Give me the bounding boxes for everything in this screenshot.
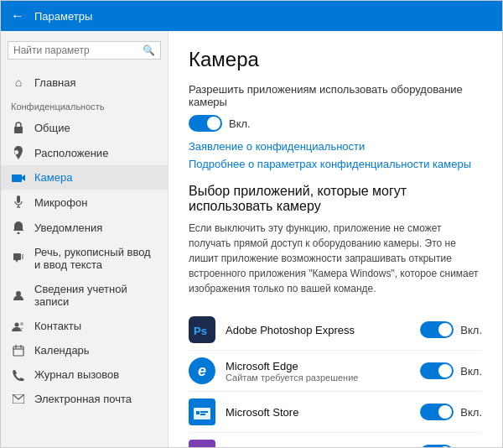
page-title: Камера <box>189 48 482 71</box>
app-toggle-area-onenote: Вкл. <box>420 445 482 447</box>
app-row-edge: eMicrosoft EdgeСайтам требуется разрешен… <box>189 351 482 392</box>
svg-text:Ps: Ps <box>194 325 207 337</box>
app-info-onenote: OneNote <box>226 447 420 448</box>
sidebar-item-speech[interactable]: Речь, рукописный ввод и ввод текста <box>1 240 168 277</box>
app-sub-edge: Сайтам требуется разрешение <box>226 372 420 383</box>
main-content: Камера Разрешить приложениям использоват… <box>169 31 502 447</box>
sidebar-item-general[interactable]: Общие <box>1 115 168 140</box>
app-toggle-area-photoshop: Вкл. <box>420 321 482 338</box>
sidebar-item-microphone-label: Микрофон <box>34 196 87 209</box>
sidebar-section-privacy: Конфиденциальность <box>1 95 168 115</box>
sidebar-item-home[interactable]: ⌂ Главная <box>1 70 168 95</box>
app-name-photoshop: Adobe Photoshop Express <box>226 324 420 336</box>
app-name-store: Microsoft Store <box>226 406 420 419</box>
app-icon-store <box>189 399 215 425</box>
svg-rect-15 <box>13 346 23 356</box>
svg-rect-3 <box>17 195 20 203</box>
svg-rect-25 <box>200 411 208 413</box>
svg-marker-8 <box>15 260 18 263</box>
window-title: Параметры <box>34 10 92 23</box>
svg-point-6 <box>18 232 20 235</box>
microphone-icon <box>11 195 26 209</box>
sidebar-item-calllog[interactable]: Журнал вызовов <box>1 362 168 387</box>
app-row-photoshop: PsAdobe Photoshop ExpressВкл. <box>189 310 482 351</box>
calendar-icon <box>11 345 26 357</box>
sidebar-item-location-label: Расположение <box>34 147 108 159</box>
email-icon <box>11 394 26 404</box>
app-icon-photoshop: Ps <box>189 316 215 343</box>
search-icon: 🔍 <box>143 44 155 56</box>
titlebar: ← Параметры <box>1 1 502 31</box>
sidebar-item-account[interactable]: Сведения учетной записи <box>1 277 168 314</box>
app-toggle-label-store: Вкл. <box>460 406 482 419</box>
lock-icon <box>11 121 26 134</box>
settings-window: ← Параметры 🔍 ⌂ Главная Конфиденциальнос… <box>0 0 503 448</box>
sidebar-item-email-label: Электронная почта <box>34 393 132 405</box>
home-icon: ⌂ <box>11 76 26 89</box>
allow-camera-label: Разрешить приложениям использовать обору… <box>189 83 482 108</box>
app-toggle-area-store: Вкл. <box>420 404 482 420</box>
sidebar-item-calendar-label: Календарь <box>34 344 90 357</box>
sidebar-item-home-label: Главная <box>34 76 75 89</box>
apps-description: Если выключить эту функцию, приложение н… <box>189 221 482 296</box>
sidebar-item-location[interactable]: Расположение <box>1 140 168 165</box>
camera-toggle-label: Вкл. <box>229 117 251 130</box>
sidebar-item-contacts-label: Контакты <box>34 320 81 332</box>
app-info-photoshop: Adobe Photoshop Express <box>226 324 420 336</box>
app-info-edge: Microsoft EdgeСайтам требуется разрешени… <box>226 360 420 383</box>
app-toggle-area-edge: Вкл. <box>420 362 482 379</box>
app-info-store: Microsoft Store <box>226 406 420 419</box>
svg-rect-26 <box>200 414 205 415</box>
privacy-details-link[interactable]: Подробнее о параметрах конфиденциальност… <box>189 158 482 170</box>
app-row-store: Microsoft StoreВкл. <box>189 392 482 433</box>
sidebar-item-notifications[interactable]: Уведомления <box>1 215 168 240</box>
search-box[interactable]: 🔍 <box>8 41 161 60</box>
content-area: 🔍 ⌂ Главная Конфиденциальность Общие <box>1 31 502 447</box>
privacy-statement-link[interactable]: Заявление о конфиденциальности <box>189 140 482 153</box>
app-name-edge: Microsoft Edge <box>226 360 420 372</box>
svg-rect-1 <box>12 175 22 182</box>
notifications-icon <box>11 221 26 234</box>
apps-section-title: Выбор приложений, которые могут использо… <box>189 184 482 214</box>
account-icon <box>11 289 26 301</box>
camera-icon <box>11 173 26 183</box>
app-toggle-store[interactable] <box>420 404 454 420</box>
svg-rect-0 <box>14 127 23 133</box>
sidebar-item-speech-label: Речь, рукописный ввод и ввод текста <box>34 246 158 271</box>
back-button[interactable]: ← <box>11 9 24 23</box>
sidebar-item-calllog-label: Журнал вызовов <box>34 368 119 381</box>
app-icon-edge: e <box>189 357 215 384</box>
app-row-onenote: NOneNoteВкл. <box>189 433 482 447</box>
sidebar-item-contacts[interactable]: Контакты <box>1 314 168 338</box>
sidebar-item-camera[interactable]: Камера <box>1 165 168 190</box>
sidebar-item-microphone[interactable]: Микрофон <box>1 190 168 215</box>
camera-toggle-row: Вкл. <box>189 115 482 132</box>
contacts-icon <box>11 320 26 332</box>
svg-point-14 <box>20 322 23 326</box>
svg-rect-24 <box>196 411 200 414</box>
svg-point-13 <box>15 322 19 326</box>
app-toggle-photoshop[interactable] <box>420 321 454 338</box>
svg-rect-7 <box>13 253 21 260</box>
search-input[interactable] <box>13 44 143 56</box>
sidebar-item-email[interactable]: Электронная почта <box>1 387 168 411</box>
sidebar-item-camera-label: Камера <box>34 171 72 184</box>
app-toggle-label-edge: Вкл. <box>460 365 482 378</box>
app-toggle-label-onenote: Вкл. <box>460 447 482 448</box>
app-toggle-edge[interactable] <box>420 362 454 379</box>
camera-toggle[interactable] <box>189 115 222 132</box>
sidebar-item-calendar[interactable]: Календарь <box>1 338 168 362</box>
svg-rect-27 <box>190 441 214 447</box>
sidebar-item-account-label: Сведения учетной записи <box>34 283 158 308</box>
app-toggle-label-photoshop: Вкл. <box>460 324 482 336</box>
speech-icon <box>11 253 26 264</box>
app-toggle-onenote[interactable] <box>420 445 454 447</box>
location-icon <box>11 146 26 159</box>
apps-list: PsAdobe Photoshop ExpressВкл.eMicrosoft … <box>189 310 482 447</box>
calllog-icon <box>11 369 26 381</box>
sidebar-item-general-label: Общие <box>34 122 70 134</box>
app-icon-onenote: N <box>189 440 215 447</box>
svg-marker-2 <box>22 175 25 181</box>
app-name-onenote: OneNote <box>226 447 420 448</box>
sidebar-item-notifications-label: Уведомления <box>34 221 102 234</box>
